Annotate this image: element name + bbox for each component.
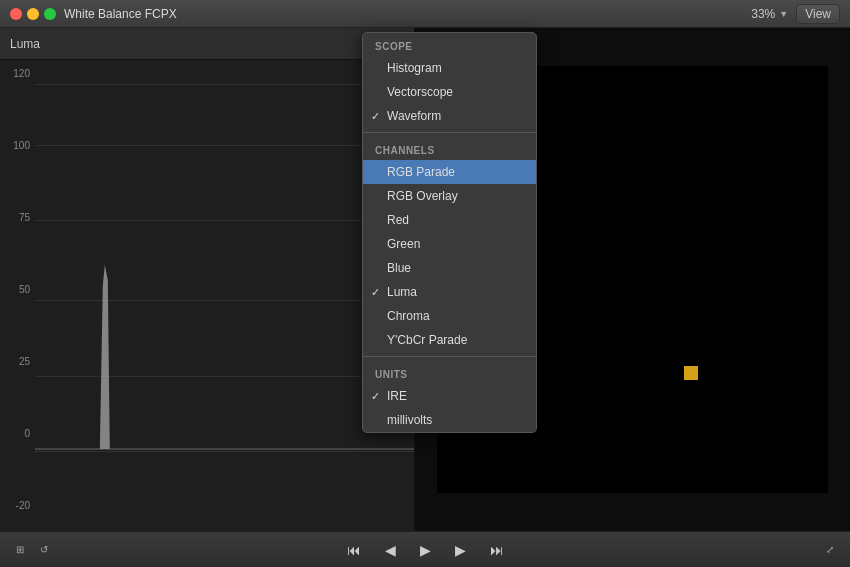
title-bar-right: 33% ▼ View	[751, 4, 840, 24]
y-axis: 120 100 75 50 25 0 -20	[0, 60, 35, 531]
menu-item-ycbcr-parade[interactable]: Y'CbCr Parade	[363, 328, 536, 352]
bottom-toolbar: ⊞ ↺ ⏮ ◀ ▶ ▶ ⏭ ⤢	[0, 531, 850, 567]
waveform-panel: Luma ⚙ ▼ 120 100 75 50 25 0 -20	[0, 28, 415, 531]
waveform-graph: 120 100 75 50 25 0 -20	[0, 60, 414, 531]
waveform-header: Luma ⚙ ▼	[0, 28, 414, 60]
vectorscope-label: Vectorscope	[387, 85, 453, 99]
menu-item-rgb-parade[interactable]: RGB Parade	[363, 160, 536, 184]
next-frame-button[interactable]: ▶	[447, 538, 474, 562]
dropdown-menu: SCOPE Histogram Vectorscope ✓ Waveform C…	[362, 32, 537, 433]
view-button[interactable]: View	[796, 4, 840, 24]
ire-check: ✓	[371, 390, 380, 403]
y-label-50: 50	[0, 284, 35, 295]
prev-frame-button[interactable]: ◀	[377, 538, 404, 562]
millivolts-label: millivolts	[387, 413, 432, 427]
svg-marker-1	[95, 265, 115, 449]
traffic-lights	[10, 8, 56, 20]
close-button[interactable]	[10, 8, 22, 20]
luma-check: ✓	[371, 286, 380, 299]
y-label-75: 75	[0, 212, 35, 223]
zoom-value: 33%	[751, 7, 775, 21]
chroma-label: Chroma	[387, 309, 430, 323]
play-button[interactable]: ▶	[412, 538, 439, 562]
divider-1	[363, 132, 536, 133]
skip-forward-button[interactable]: ⏭	[482, 538, 512, 562]
menu-item-millivolts[interactable]: millivolts	[363, 408, 536, 432]
y-label-120: 120	[0, 68, 35, 79]
ycbcr-parade-label: Y'CbCr Parade	[387, 333, 467, 347]
window-title: White Balance FCPX	[64, 7, 177, 21]
minimize-button[interactable]	[27, 8, 39, 20]
red-label: Red	[387, 213, 409, 227]
waveform-check: ✓	[371, 110, 380, 123]
menu-item-rgb-overlay[interactable]: RGB Overlay	[363, 184, 536, 208]
skip-back-button[interactable]: ⏮	[339, 538, 369, 562]
y-label-100: 100	[0, 140, 35, 151]
menu-item-histogram[interactable]: Histogram	[363, 56, 536, 80]
yellow-marker	[684, 366, 698, 380]
loop-button[interactable]: ↺	[34, 542, 54, 557]
y-label-25: 25	[0, 356, 35, 367]
luma-label: Luma	[387, 285, 417, 299]
ire-label: IRE	[387, 389, 407, 403]
zoom-control[interactable]: 33% ▼	[751, 7, 788, 21]
channels-section-header: CHANNELS	[363, 137, 536, 160]
y-label-0: 0	[0, 428, 35, 439]
toolbar-right: ⤢	[820, 542, 840, 557]
title-bar-left: White Balance FCPX	[10, 7, 177, 21]
y-label-neg20: -20	[0, 500, 35, 511]
menu-item-vectorscope[interactable]: Vectorscope	[363, 80, 536, 104]
menu-item-chroma[interactable]: Chroma	[363, 304, 536, 328]
add-marker-button[interactable]: ⊞	[10, 542, 30, 557]
waveform-label: Luma	[10, 37, 40, 51]
menu-item-blue[interactable]: Blue	[363, 256, 536, 280]
zoom-dropdown-arrow: ▼	[779, 9, 788, 19]
divider-2	[363, 356, 536, 357]
maximize-button[interactable]	[44, 8, 56, 20]
menu-item-waveform[interactable]: ✓ Waveform	[363, 104, 536, 128]
blue-label: Blue	[387, 261, 411, 275]
graph-area	[35, 60, 414, 531]
menu-item-red[interactable]: Red	[363, 208, 536, 232]
menu-item-ire[interactable]: ✓ IRE	[363, 384, 536, 408]
menu-item-luma[interactable]: ✓ Luma	[363, 280, 536, 304]
waveform-svg	[35, 60, 414, 531]
units-section-header: UNITS	[363, 361, 536, 384]
title-bar: White Balance FCPX 33% ▼ View	[0, 0, 850, 28]
menu-item-green[interactable]: Green	[363, 232, 536, 256]
toolbar-left: ⊞ ↺	[10, 542, 54, 557]
fullscreen-button[interactable]: ⤢	[820, 542, 840, 557]
rgb-overlay-label: RGB Overlay	[387, 189, 458, 203]
green-label: Green	[387, 237, 420, 251]
scope-section-header: SCOPE	[363, 33, 536, 56]
waveform-label: Waveform	[387, 109, 441, 123]
histogram-label: Histogram	[387, 61, 442, 75]
rgb-parade-label: RGB Parade	[387, 165, 455, 179]
